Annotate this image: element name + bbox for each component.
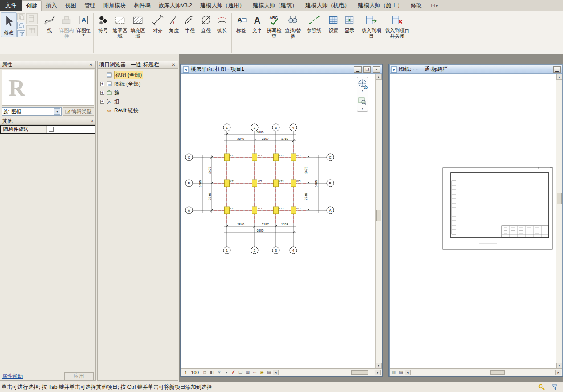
edit-type-button[interactable]: 编辑类型 xyxy=(63,107,94,116)
tab-addins[interactable]: 附加模块 xyxy=(99,0,130,11)
label-button[interactable]: A 标签 xyxy=(233,12,249,34)
find-replace-button[interactable]: 查找/替换 xyxy=(283,12,303,40)
reference-line-button[interactable]: 参照线 xyxy=(306,12,322,34)
editable-only-icon[interactable] xyxy=(538,384,545,391)
scrollbar-thumb[interactable] xyxy=(557,193,562,204)
ribbon-display-toggle[interactable]: ⊡▾ xyxy=(428,0,440,11)
select-box-icon[interactable] xyxy=(17,22,25,29)
property-row-rotate-with-component[interactable]: 随构件旋转 xyxy=(0,125,95,134)
rotate-with-component-checkbox[interactable] xyxy=(49,127,54,132)
vertical-scrollbar[interactable]: ▴ ▾ xyxy=(556,74,562,368)
tree-item-sheets[interactable]: + 图纸 (全部) xyxy=(99,79,177,88)
collapse-chevron-icon[interactable]: ∧ xyxy=(90,119,94,123)
shadows-icon[interactable]: ◑ xyxy=(223,370,230,375)
load-into-project-and-close-button[interactable]: 载入到项目并关闭 xyxy=(382,12,412,40)
family-types-icon[interactable] xyxy=(26,25,38,36)
visual-style-icon[interactable]: ◧ xyxy=(209,370,215,375)
close-icon[interactable]: ✕ xyxy=(170,62,177,68)
temporary-hide-isolate-icon[interactable]: ∞ xyxy=(251,370,258,375)
tab-modeling-master-general[interactable]: 建模大师（通用） xyxy=(196,0,249,11)
window2-title-bar[interactable]: R 图纸: - - 一通-标题栏 ▁ xyxy=(390,65,562,74)
reveal-hidden-elements-icon[interactable]: ◉ xyxy=(259,370,265,375)
drawing-canvas-plan[interactable]: 11223344CCBBAAKZ1KZ1KZ1KZ1KZ1KZ1KZ1KZ1KZ… xyxy=(181,74,375,368)
tab-create[interactable]: 创建 xyxy=(22,0,42,11)
tab-insert[interactable]: 插入 xyxy=(42,0,61,11)
apply-button[interactable]: 应用 xyxy=(64,372,94,380)
expand-icon[interactable]: + xyxy=(100,91,104,95)
vertical-scrollbar[interactable]: ▴ ▾ xyxy=(375,74,382,368)
view-window-floor-plan[interactable]: R 楼层平面: 柱图 - 项目1 ▁ ❐ × 11223344CCBBAAKZ1… xyxy=(181,64,382,376)
view-control-icon-2[interactable]: ▨ xyxy=(398,370,404,375)
file-menu-button[interactable]: 文件 xyxy=(0,0,22,11)
modify-button[interactable]: 修改 xyxy=(1,12,17,37)
detail-component-button[interactable]: 详图构件 xyxy=(58,12,75,40)
minimize-icon[interactable]: ▁ xyxy=(354,66,362,73)
expand-icon[interactable]: + xyxy=(100,82,104,86)
scrollbar-thumb[interactable] xyxy=(376,210,381,221)
detail-level-icon[interactable]: □ xyxy=(201,370,208,375)
chevron-down-icon[interactable]: ▾ xyxy=(54,108,60,115)
radial-dimension-button[interactable]: 半径 xyxy=(182,12,198,34)
tree-item-revit-links[interactable]: ∞ Revit 链接 xyxy=(99,106,177,115)
minimize-icon[interactable]: ▁ xyxy=(553,66,561,73)
sun-path-icon[interactable]: ☀ xyxy=(216,370,222,375)
diameter-dimension-button[interactable]: 直径 xyxy=(198,12,214,34)
tab-modeling-master-mep[interactable]: 建模大师（机电） xyxy=(301,0,354,11)
tab-component-dock[interactable]: 构件坞 xyxy=(130,0,155,11)
paste-icon[interactable] xyxy=(17,13,25,20)
close-icon[interactable]: × xyxy=(373,66,380,73)
text-button[interactable]: A 文字 xyxy=(249,12,265,34)
chevron-down-icon[interactable]: ▾ xyxy=(362,89,363,92)
tree-item-groups[interactable]: + A 组 xyxy=(99,97,177,106)
scrollbar-thumb[interactable] xyxy=(351,370,368,375)
project-browser-header[interactable]: 项目浏览器 - 一通-标题栏 ✕ xyxy=(98,61,178,69)
expand-icon[interactable]: + xyxy=(100,100,104,104)
view-control-icon-1[interactable]: ▥ xyxy=(390,370,397,375)
drawing-canvas-sheet[interactable] xyxy=(390,74,556,368)
line-button[interactable]: 线 xyxy=(41,12,58,34)
tab-modeling-master-construction[interactable]: 建模大师（施工） xyxy=(354,0,407,11)
show-crop-region-icon[interactable]: ▤ xyxy=(237,370,244,375)
tree-item-families[interactable]: + 族 xyxy=(99,88,177,97)
horizontal-scrollbar[interactable] xyxy=(279,370,374,375)
scroll-right-icon[interactable]: ▸ xyxy=(555,370,561,375)
horizontal-scrollbar[interactable] xyxy=(411,370,555,375)
scroll-left-icon[interactable]: ◂ xyxy=(405,370,411,375)
workplane-show-button[interactable]: 显示 xyxy=(341,12,358,34)
family-properties-icon[interactable] xyxy=(26,13,38,24)
window1-title-bar[interactable]: R 楼层平面: 柱图 - 项目1 ▁ ❐ × xyxy=(181,65,382,74)
view-window-sheet[interactable]: R 图纸: - - 一通-标题栏 ▁ xyxy=(389,64,563,376)
temporary-view-properties-icon[interactable]: ▨ xyxy=(266,370,272,375)
filled-region-button[interactable]: 填充区域 xyxy=(129,12,147,40)
section-other[interactable]: 其他 ∧ xyxy=(0,118,95,125)
scrollbar-thumb[interactable] xyxy=(490,370,505,375)
crop-region-visibility-icon[interactable]: ▦ xyxy=(244,370,251,375)
steering-wheel-button[interactable]: 2D xyxy=(358,78,367,88)
tab-view[interactable]: 视图 xyxy=(61,0,80,11)
scroll-down-icon[interactable]: ▾ xyxy=(376,363,382,368)
tab-modify[interactable]: 修改 xyxy=(407,0,426,11)
masking-region-button[interactable]: 遮罩区域 xyxy=(111,12,129,40)
scroll-right-icon[interactable]: ▸ xyxy=(375,370,381,375)
spell-check-button[interactable]: ABC 拼写检查 xyxy=(265,12,283,40)
filter-icon[interactable] xyxy=(551,384,558,391)
scroll-up-icon[interactable]: ▴ xyxy=(376,74,382,80)
zoom-button[interactable] xyxy=(358,96,367,106)
tab-manage[interactable]: 管理 xyxy=(80,0,99,11)
scroll-left-icon[interactable]: ◂ xyxy=(273,370,279,375)
scroll-down-icon[interactable]: ▾ xyxy=(556,363,562,368)
properties-panel-header[interactable]: 属性 ✕ xyxy=(0,61,95,69)
scroll-up-icon[interactable]: ▴ xyxy=(556,74,562,80)
restore-icon[interactable]: ❐ xyxy=(363,66,371,73)
chevron-down-icon[interactable]: ▾ xyxy=(362,107,363,110)
type-selector-combobox[interactable]: 族: 图框 ▾ xyxy=(2,107,62,116)
close-icon[interactable]: ✕ xyxy=(88,62,94,68)
properties-help-link[interactable]: 属性帮助 xyxy=(2,373,23,380)
tab-modeling-master-arch[interactable]: 建模大师（建筑） xyxy=(249,0,301,11)
crop-view-icon[interactable]: ✗ xyxy=(230,370,237,375)
aligned-dimension-button[interactable]: 对齐 xyxy=(150,12,166,34)
tab-family-master[interactable]: 族库大师V3.2 xyxy=(155,0,197,11)
arc-length-dimension-button[interactable]: 弧长 xyxy=(214,12,230,34)
view-scale-button[interactable]: 1 : 100 xyxy=(182,370,201,375)
load-into-project-button[interactable]: 载入到项目 xyxy=(361,12,382,40)
